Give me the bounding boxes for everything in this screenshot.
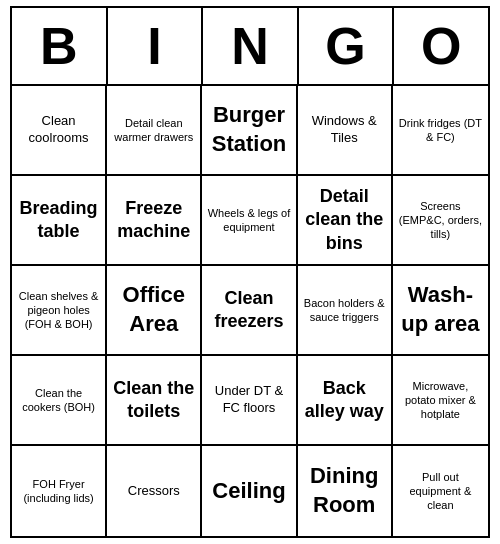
- bingo-cell-23: Dining Room: [298, 446, 393, 536]
- bingo-letter-i: I: [108, 8, 204, 86]
- bingo-letter-g: G: [299, 8, 395, 86]
- bingo-cell-8: Detail clean the bins: [298, 176, 393, 266]
- bingo-letter-b: B: [12, 8, 108, 86]
- bingo-cell-2: Burger Station: [202, 86, 297, 176]
- bingo-cell-16: Clean the toilets: [107, 356, 202, 446]
- bingo-cell-18: Back alley way: [298, 356, 393, 446]
- bingo-cell-5: Breading table: [12, 176, 107, 266]
- bingo-card: BINGO Clean coolroomsDetail clean warmer…: [10, 6, 490, 538]
- bingo-cell-21: Cressors: [107, 446, 202, 536]
- bingo-cell-6: Freeze machine: [107, 176, 202, 266]
- bingo-cell-22: Ceiling: [202, 446, 297, 536]
- bingo-cell-12: Clean freezers: [202, 266, 297, 356]
- bingo-cell-7: Wheels & legs of equipment: [202, 176, 297, 266]
- bingo-cell-10: Clean shelves & pigeon holes (FOH & BOH): [12, 266, 107, 356]
- bingo-cell-0: Clean coolrooms: [12, 86, 107, 176]
- bingo-cell-9: Screens (EMP&C, orders, tills): [393, 176, 488, 266]
- bingo-header: BINGO: [12, 8, 488, 86]
- bingo-cell-19: Microwave, potato mixer & hotplate: [393, 356, 488, 446]
- bingo-cell-20: FOH Fryer (including lids): [12, 446, 107, 536]
- bingo-cell-13: Bacon holders & sauce triggers: [298, 266, 393, 356]
- bingo-letter-n: N: [203, 8, 299, 86]
- bingo-letter-o: O: [394, 8, 488, 86]
- bingo-cell-1: Detail clean warmer drawers: [107, 86, 202, 176]
- bingo-cell-24: Pull out equipment & clean: [393, 446, 488, 536]
- bingo-cell-11: Office Area: [107, 266, 202, 356]
- bingo-grid: Clean coolroomsDetail clean warmer drawe…: [12, 86, 488, 536]
- bingo-cell-15: Clean the cookers (BOH): [12, 356, 107, 446]
- bingo-cell-3: Windows & Tiles: [298, 86, 393, 176]
- bingo-cell-4: Drink fridges (DT & FC): [393, 86, 488, 176]
- bingo-cell-14: Wash-up area: [393, 266, 488, 356]
- bingo-cell-17: Under DT & FC floors: [202, 356, 297, 446]
